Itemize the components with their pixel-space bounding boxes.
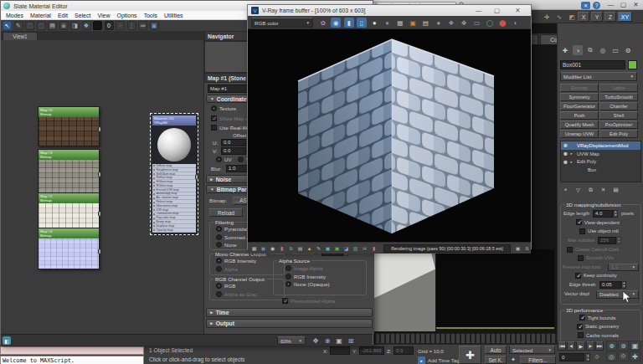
- blur-field[interactable]: 1.0: [226, 165, 248, 172]
- minimize-button[interactable]: —: [604, 1, 617, 8]
- bitmap-thumbnail[interactable]: [39, 117, 99, 146]
- stack-toolbar-icon[interactable]: ▤: [611, 185, 620, 194]
- bitmap-node-1[interactable]: Map #2Bitmap: [38, 106, 100, 146]
- zoom-icon[interactable]: ⊕: [606, 341, 617, 351]
- modifier-button[interactable]: Quadify Mesh: [560, 120, 599, 129]
- slate-toolbar-icon[interactable]: ◨: [70, 21, 80, 30]
- vfb-toolbar-icon[interactable]: ●: [369, 18, 379, 28]
- slate-toolbar-icon[interactable]: ⋮: [127, 21, 136, 30]
- bitmap-thumbnail[interactable]: [39, 238, 99, 269]
- vfb-toolbar-icon[interactable]: ✿: [318, 18, 328, 28]
- time-rollout[interactable]: ▶Time: [206, 308, 373, 317]
- expand-arrow-icon[interactable]: ▸: [571, 151, 575, 156]
- alpha-source-radio[interactable]: RGB Intensity: [285, 274, 330, 279]
- modifier-stack-item[interactable]: ⬤▸UVW Map: [561, 150, 640, 158]
- slate-toolbar-icon[interactable]: 0: [105, 21, 114, 30]
- command-panel-tab-icon[interactable]: ⧉: [585, 45, 595, 55]
- axis-z-button[interactable]: Z: [604, 12, 616, 22]
- slate-toolbar-icon[interactable]: ▢: [37, 21, 46, 30]
- viewport-box-object[interactable]: [373, 249, 435, 331]
- edge-thresh-field[interactable]: 0.05: [599, 281, 621, 289]
- zoom-extents-tool-icon[interactable]: ▣: [334, 336, 344, 346]
- next-frame-button[interactable]: |▶: [586, 341, 594, 351]
- slate-toolbar-icon[interactable]: ❖: [82, 21, 91, 30]
- max-subdivs-field[interactable]: 256: [598, 237, 616, 244]
- bitmap-node-4[interactable]: Map #4Bitmap: [38, 228, 100, 269]
- go-to-end-button[interactable]: ▶▶|: [595, 341, 604, 351]
- vfb-toolbar-icon[interactable]: ◉: [331, 18, 341, 28]
- v-offset-field[interactable]: 0.0: [221, 147, 246, 155]
- vfb-bottom-icon[interactable]: ▮: [278, 244, 285, 252]
- vfb-bottom-icon[interactable]: ▣: [260, 244, 267, 252]
- reload-button[interactable]: Reload: [209, 208, 243, 217]
- stack-toolbar-icon[interactable]: ⌖: [561, 185, 570, 194]
- use-object-mtl-checkbox[interactable]: Use object mtl: [579, 228, 619, 234]
- time-tag-icon[interactable]: ▸: [418, 356, 425, 364]
- selection-set-dropdown[interactable]: Selected▼: [509, 346, 555, 354]
- command-panel-tab-icon[interactable]: ▭: [610, 45, 620, 55]
- zoom-extents-icon[interactable]: ▣: [630, 341, 640, 351]
- object-name-field[interactable]: Box001: [560, 60, 625, 69]
- zoom-level-dropdown[interactable]: 60%▼: [277, 336, 306, 345]
- vfb-toolbar-icon[interactable]: ▭: [472, 18, 482, 28]
- command-panel-tab-icon[interactable]: ⚙: [623, 45, 633, 55]
- slate-toolbar-icon[interactable]: ≣: [59, 21, 69, 30]
- vfb-bottom-icon[interactable]: H: [361, 244, 368, 252]
- bitmap-node-2[interactable]: Map #3Bitmap: [38, 149, 100, 193]
- visibility-toggle-icon[interactable]: ⬤: [563, 151, 568, 156]
- tight-bounds-checkbox[interactable]: Tight bounds: [579, 315, 615, 320]
- expand-arrow-icon[interactable]: ▸: [571, 160, 575, 164]
- vfb-toolbar-icon[interactable]: ❖: [446, 18, 456, 28]
- node-header[interactable]: Map #2Bitmap: [39, 107, 99, 117]
- keep-continuity-checkbox[interactable]: Keep continuity: [575, 273, 617, 279]
- axis-plane-button[interactable]: XY: [618, 12, 632, 22]
- viewport-perspective[interactable]: [373, 249, 435, 331]
- vfb-toolbar-icon[interactable]: ▦: [395, 18, 405, 28]
- axis-y-button[interactable]: Y: [591, 12, 603, 22]
- main-toolbar-icon[interactable]: ∿: [554, 12, 564, 22]
- rgb-output-radio[interactable]: Alpha as Gray: [216, 291, 257, 297]
- vfb-toolbar-icon[interactable]: ●: [382, 18, 392, 28]
- vfb-corner-icon[interactable]: ≋: [523, 244, 531, 252]
- slate-toolbar-icon[interactable]: ≔: [138, 21, 147, 30]
- frame-spinner[interactable]: [585, 353, 590, 361]
- modifier-button[interactable]: Edit Poly: [599, 130, 638, 138]
- coord-y-field[interactable]: -261.865: [359, 346, 384, 355]
- vfb-bottom-icon[interactable]: ✎: [315, 244, 322, 252]
- node-header[interactable]: Map #1Bitmap: [39, 193, 99, 203]
- viewport-camera[interactable]: [436, 249, 554, 329]
- vector-displ-dropdown[interactable]: Disabled▼: [596, 290, 639, 299]
- vfb-bottom-icon[interactable]: ≋: [287, 244, 295, 252]
- modifier-stack-item[interactable]: ⬤VRayDisplacementMod: [561, 141, 640, 150]
- alpha-source-radio[interactable]: Image Alpha: [285, 265, 330, 271]
- zoom-region-icon[interactable]: ◎: [606, 351, 617, 361]
- menu-item[interactable]: Material: [27, 13, 54, 18]
- output-socket[interactable]: [98, 126, 101, 132]
- rgb-output-radio[interactable]: RGB: [216, 283, 257, 289]
- big-plus-button[interactable]: ✚: [459, 346, 481, 364]
- vfb-bottom-icon[interactable]: ▦: [250, 244, 258, 252]
- u-offset-field[interactable]: 0.0: [221, 139, 246, 146]
- preserve-map-dropdown[interactable]: 1.1▼: [608, 264, 639, 271]
- output-socket[interactable]: [98, 249, 101, 254]
- edge-length-spinner[interactable]: [613, 210, 618, 218]
- vfb-toolbar-icon[interactable]: ⬤: [497, 18, 507, 28]
- vfb-bottom-icon[interactable]: ◪: [342, 244, 350, 252]
- modifier-list-dropdown[interactable]: Modifier List▼: [560, 72, 637, 81]
- play-button[interactable]: ▶: [576, 341, 585, 351]
- prev-frame-button[interactable]: ◀|: [567, 341, 575, 351]
- visibility-toggle-icon[interactable]: ⬤: [563, 143, 568, 147]
- command-panel-tab-icon[interactable]: ◑: [573, 45, 583, 55]
- node-header[interactable]: Material #25VRayMtl: [152, 115, 196, 126]
- main-toolbar-icon[interactable]: ◩: [567, 12, 577, 22]
- visibility-toggle-icon[interactable]: ⬤: [563, 160, 568, 164]
- field-of-view-icon[interactable]: ⟐: [618, 351, 629, 361]
- cache-normals-checkbox[interactable]: Cache normals: [578, 332, 619, 338]
- smooth-uvs-checkbox[interactable]: Smooth UVs: [578, 255, 614, 261]
- modifier-button[interactable]: TurboSmooth: [599, 93, 638, 101]
- vfb-minimize-button[interactable]: —: [472, 7, 485, 14]
- current-frame-field[interactable]: 0: [559, 353, 584, 361]
- modifier-button[interactable]: Symmetry: [560, 93, 599, 101]
- zoom-region-tool-icon[interactable]: ⊞: [346, 336, 356, 346]
- timeline-track[interactable]: [373, 333, 557, 344]
